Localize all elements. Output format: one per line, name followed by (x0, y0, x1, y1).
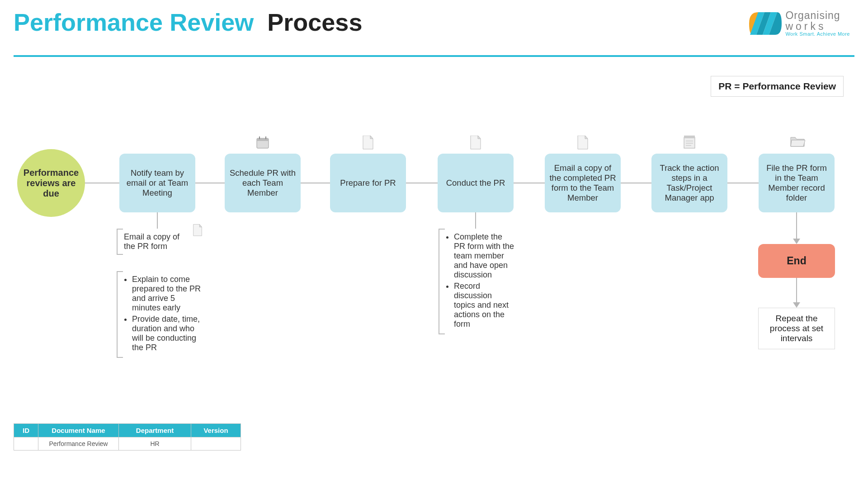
th-id: ID (14, 424, 38, 437)
table-row: Performance Review HR (14, 437, 241, 450)
title-rest: Process (260, 9, 362, 36)
legend-box: PR = Performance Review (711, 76, 844, 97)
sub-notify-bullets: Explain to come prepared to the PR and a… (117, 271, 207, 358)
repeat-box: Repeat the process at set intervals (758, 308, 835, 349)
document-info-table: ID Document Name Department Version Perf… (14, 423, 241, 450)
svg-rect-5 (684, 136, 695, 138)
title-accent: Performance Review (14, 9, 254, 36)
node-label: File the PR form in the Team Member reco… (763, 163, 830, 203)
connector-vertical (796, 212, 797, 239)
repeat-label: Repeat the process at set intervals (770, 314, 823, 343)
brand-logo: Organising works Work Smart. Achieve Mor… (749, 10, 850, 37)
node-label: Conduct the PR (446, 178, 505, 188)
end-node: End (758, 244, 835, 278)
bullet-item: Record discussion topics and next action… (454, 282, 515, 329)
node-label: Prepare for PR (340, 178, 396, 188)
node-schedule: Schedule PR with each Team Member (225, 154, 301, 212)
td-department: HR (119, 437, 191, 450)
th-department: Department (119, 424, 191, 437)
th-docname: Document Name (38, 424, 119, 437)
node-track: Track the action steps in a Task/Project… (651, 154, 727, 212)
connector-vertical (157, 212, 158, 229)
header-divider (14, 55, 854, 57)
svg-rect-4 (684, 137, 695, 148)
sub-conduct-bullets: Complete the PR form with the team membe… (439, 229, 520, 334)
svg-rect-1 (257, 138, 269, 141)
file-icon (361, 136, 375, 149)
td-docname: Performance Review (38, 437, 119, 450)
logo-text-line1: Organising (785, 10, 850, 21)
file-icon (576, 136, 590, 149)
node-label: Schedule PR with each Team Member (229, 168, 296, 198)
arrowhead-down (793, 302, 800, 308)
page-title: Performance Review Process (14, 8, 854, 36)
td-id (14, 437, 38, 450)
arrowhead-down (793, 239, 800, 244)
notepad-icon (683, 136, 696, 149)
sub-title: Email a copy of the PR form (124, 232, 179, 251)
logo-mark-icon (749, 12, 782, 35)
logo-tagline: Work Smart. Achieve More (785, 32, 850, 37)
node-notify: Notify team by email or at Team Meeting (119, 154, 195, 212)
header: Performance Review Process Organising wo… (14, 8, 854, 36)
file-icon (469, 136, 482, 149)
start-node: Performance reviews are due (17, 149, 85, 217)
sub-email-pr-form: Email a copy of the PR form (117, 229, 189, 255)
file-icon (193, 224, 203, 239)
start-label: Performance reviews are due (23, 168, 80, 199)
node-file: File the PR form in the Team Member reco… (759, 154, 835, 212)
calendar-icon (256, 136, 269, 149)
end-label: End (787, 255, 806, 267)
node-email-completed: Email a copy of the completed PR form to… (545, 154, 621, 212)
bullet-item: Explain to come prepared to the PR and a… (132, 275, 203, 313)
connector-vertical (796, 278, 797, 303)
node-label: Notify team by email or at Team Meeting (124, 168, 191, 198)
th-version: Version (191, 424, 241, 437)
node-prepare: Prepare for PR (330, 154, 406, 212)
process-flow: Performance reviews are due Notify team … (17, 154, 851, 212)
bullet-item: Complete the PR form with the team membe… (454, 232, 515, 280)
bullet-item: Provide date, time, duration and who wil… (132, 314, 203, 352)
connector-vertical (475, 212, 476, 229)
td-version (191, 437, 241, 450)
logo-text-line2: works (785, 21, 850, 32)
node-label: Email a copy of the completed PR form to… (549, 163, 616, 203)
folder-icon (790, 136, 803, 149)
node-conduct: Conduct the PR (438, 154, 514, 212)
node-label: Track the action steps in a Task/Project… (656, 163, 723, 203)
